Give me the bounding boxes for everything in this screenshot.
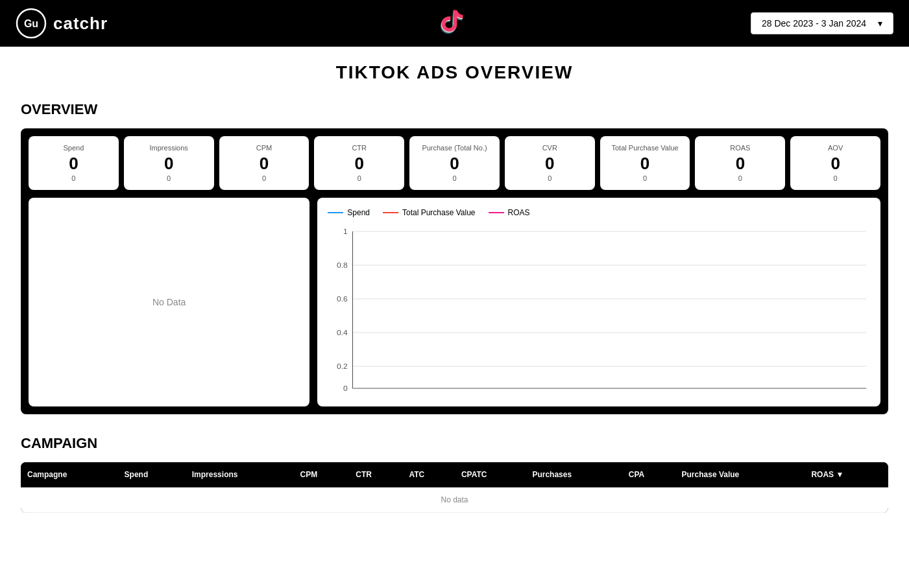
metric-sub: 0 xyxy=(167,174,171,182)
col-header-cpm: CPM xyxy=(294,462,350,488)
campaign-table-body: No data xyxy=(21,488,888,513)
metric-label: ROAS xyxy=(730,144,750,152)
metric-card: AOV 0 0 xyxy=(790,136,880,190)
svg-text:0.4: 0.4 xyxy=(337,329,348,336)
metric-card: ROAS 0 0 xyxy=(695,136,785,190)
col-header-purchase_value: Purchase Value xyxy=(675,462,805,488)
metric-label: CPM xyxy=(256,144,272,152)
metric-card: CPM 0 0 xyxy=(219,136,309,190)
campaign-section-title: CAMPAIGN xyxy=(21,435,888,452)
legend-line-red xyxy=(383,212,398,213)
svg-text:0.6: 0.6 xyxy=(337,295,348,302)
metric-card: CVR 0 0 xyxy=(505,136,595,190)
chart-right: Spend Total Purchase Value ROAS 1 0.8 0.… xyxy=(317,198,880,406)
metric-sub: 0 xyxy=(452,174,456,182)
metric-value: 0 xyxy=(736,154,745,173)
no-data-label: No Data xyxy=(152,297,186,307)
campaign-table: CampagneSpendImpressionsCPMCTRATCCPATCPu… xyxy=(21,462,888,513)
col-header-spend: Spend xyxy=(118,462,186,488)
svg-text:Gu: Gu xyxy=(24,18,38,29)
legend-label: ROAS xyxy=(508,208,530,217)
page-title: TIKTOK ADS OVERVIEW xyxy=(21,62,888,83)
svg-text:1: 1 xyxy=(343,228,348,235)
campaign-container: CampagneSpendImpressionsCPMCTRATCCPATCPu… xyxy=(21,462,888,513)
metric-card: Impressions 0 0 xyxy=(124,136,214,190)
col-header-ctr: CTR xyxy=(349,462,402,488)
metric-label: Total Purchase Value xyxy=(612,144,679,152)
metric-sub: 0 xyxy=(834,174,838,182)
tiktok-logo-icon xyxy=(439,6,470,38)
campaign-table-header-row: CampagneSpendImpressionsCPMCTRATCCPATCPu… xyxy=(21,462,888,488)
legend-item: Spend xyxy=(328,208,370,217)
metric-value: 0 xyxy=(640,154,649,173)
svg-text:0: 0 xyxy=(343,384,348,392)
campaign-table-head: CampagneSpendImpressionsCPMCTRATCCPATCPu… xyxy=(21,462,888,488)
col-header-roas[interactable]: ROAS ▼ xyxy=(805,462,888,488)
line-chart: 1 0.8 0.6 0.4 0.2 0 xyxy=(328,225,870,394)
svg-text:0.2: 0.2 xyxy=(337,362,348,370)
main-content: TIKTOK ADS OVERVIEW OVERVIEW Spend 0 0 I… xyxy=(0,47,909,528)
svg-text:0.8: 0.8 xyxy=(337,261,348,268)
metric-value: 0 xyxy=(260,154,269,173)
app-header: Gu catchr 28 Dec 2023 - 3 Jan 2024 ▾ xyxy=(0,0,909,47)
metrics-row: Spend 0 0 Impressions 0 0 CPM 0 0 CTR 0 … xyxy=(29,136,880,190)
logo-container: Gu catchr xyxy=(16,8,108,39)
metric-value: 0 xyxy=(69,154,78,173)
col-header-purchases: Purchases xyxy=(526,462,622,488)
dropdown-arrow-icon: ▾ xyxy=(878,18,882,29)
charts-row: No Data Spend Total Purchase Value ROAS … xyxy=(29,198,880,406)
col-header-campagne: Campagne xyxy=(21,462,118,488)
chart-left-no-data: No Data xyxy=(29,198,309,406)
col-header-cpa: CPA xyxy=(622,462,675,488)
metric-card: Purchase (Total No.) 0 0 xyxy=(409,136,500,190)
metric-sub: 0 xyxy=(71,174,75,182)
legend-item: Total Purchase Value xyxy=(383,208,476,217)
legend-label: Spend xyxy=(347,208,370,217)
metric-label: AOV xyxy=(828,144,843,152)
metric-value: 0 xyxy=(355,154,364,173)
catchr-logo-icon: Gu xyxy=(16,8,47,39)
chart-legend: Spend Total Purchase Value ROAS xyxy=(328,208,870,217)
logo-text: catchr xyxy=(53,14,108,34)
metric-value: 0 xyxy=(830,154,840,173)
legend-line-pink xyxy=(489,212,504,213)
metric-label: CVR xyxy=(542,144,557,152)
overview-section-title: OVERVIEW xyxy=(21,101,888,118)
metric-card: Total Purchase Value 0 0 xyxy=(600,136,690,190)
metric-card: CTR 0 0 xyxy=(314,136,404,190)
metric-value: 0 xyxy=(450,154,459,173)
col-header-impressions: Impressions xyxy=(186,462,294,488)
campaign-no-data-cell: No data xyxy=(21,488,888,513)
legend-line-blue xyxy=(328,212,343,213)
campaign-no-data-row: No data xyxy=(21,488,888,513)
date-range-label: 28 Dec 2023 - 3 Jan 2024 xyxy=(762,18,866,29)
metric-card: Spend 0 0 xyxy=(29,136,119,190)
metric-label: CTR xyxy=(352,144,367,152)
metric-label: Impressions xyxy=(150,144,188,152)
metric-sub: 0 xyxy=(643,174,647,182)
legend-label: Total Purchase Value xyxy=(402,208,476,217)
col-header-cpatc: CPATC xyxy=(455,462,526,488)
col-header-atc: ATC xyxy=(402,462,454,488)
tiktok-logo-container xyxy=(439,6,470,40)
metric-value: 0 xyxy=(545,154,554,173)
metric-label: Spend xyxy=(63,144,84,152)
metric-sub: 0 xyxy=(262,174,266,182)
date-range-picker[interactable]: 28 Dec 2023 - 3 Jan 2024 ▾ xyxy=(751,12,893,34)
legend-item: ROAS xyxy=(489,208,530,217)
metric-label: Purchase (Total No.) xyxy=(422,144,487,152)
metric-sub: 0 xyxy=(358,174,361,182)
metric-value: 0 xyxy=(164,154,173,173)
metric-sub: 0 xyxy=(738,174,742,182)
metric-sub: 0 xyxy=(548,174,551,182)
overview-container: Spend 0 0 Impressions 0 0 CPM 0 0 CTR 0 … xyxy=(21,128,888,414)
